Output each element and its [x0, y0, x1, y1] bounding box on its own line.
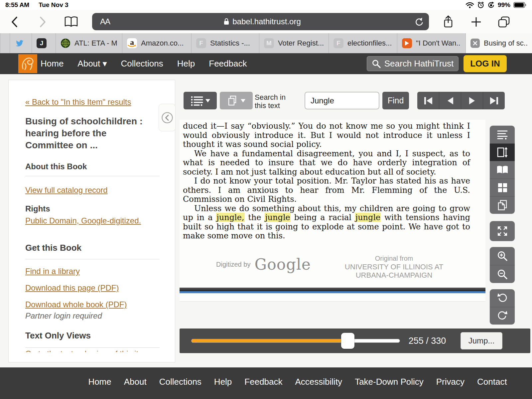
- next-page-button[interactable]: [461, 92, 483, 109]
- rights-link[interactable]: Public Domain, Google-digitized.: [25, 216, 141, 225]
- rotate-counterclockwise-button[interactable]: [490, 289, 515, 307]
- battery-percent: 99%: [498, 1, 510, 9]
- tab-title: Flo: [51, 39, 51, 48]
- last-page-icon: [489, 96, 499, 105]
- download-this-page-pdf-link[interactable]: Download this page (PDF): [25, 283, 119, 293]
- footer-link-collections[interactable]: Collections: [159, 377, 201, 387]
- scanned-page[interactable]: duced it—I say “obviously.” You do not k…: [180, 120, 485, 302]
- thumbnail-view-button[interactable]: [490, 179, 515, 196]
- main-content: « Back to "In this Item" results Busing …: [0, 74, 532, 367]
- tab-title: Voter Regist...: [278, 39, 324, 48]
- back-to-results-link[interactable]: « Back to "In this Item" results: [25, 97, 131, 107]
- previous-page-button[interactable]: [439, 92, 461, 109]
- letter-m-favicon: M: [264, 38, 274, 48]
- two-page-view-button[interactable]: [490, 161, 515, 179]
- reader-options-button[interactable]: AA: [100, 17, 110, 26]
- hathitrust-logo-icon[interactable]: [18, 54, 37, 73]
- download-whole-book-pdf-link[interactable]: Download whole book (PDF): [25, 300, 127, 309]
- forward-button[interactable]: [35, 15, 50, 29]
- scroll-page-view-button[interactable]: [490, 143, 515, 161]
- next-page-icon: [468, 96, 476, 105]
- caret-down-icon: [205, 98, 210, 104]
- google-logo: Google: [254, 255, 311, 273]
- address-bar[interactable]: AA babel.hathitrust.org: [92, 13, 429, 30]
- header-nav-about[interactable]: About ▾: [77, 59, 107, 69]
- browser-tab-electionfiles[interactable]: Felectionfiles....: [329, 33, 397, 53]
- find-button[interactable]: Find: [382, 92, 409, 109]
- about-this-book-heading: About this Book: [25, 162, 160, 171]
- footer-link-take-down-policy[interactable]: Take-Down Policy: [355, 377, 424, 387]
- refresh-button[interactable]: [414, 17, 423, 26]
- browser-tab-twitter[interactable]: [10, 33, 32, 53]
- page-navigation-group: [417, 92, 505, 109]
- header-nav-help[interactable]: Help: [177, 59, 195, 69]
- jump-button[interactable]: Jump...: [461, 332, 502, 349]
- close-tab-icon[interactable]: [470, 39, 480, 48]
- first-page-button[interactable]: [417, 92, 439, 109]
- scan-paragraph: I do not know your total position. Mr. T…: [183, 177, 470, 204]
- text-search-input[interactable]: [305, 92, 379, 109]
- browser-tab-i-don-t-wan[interactable]: "I Don't Wan...: [397, 33, 466, 53]
- contents-dropdown-button[interactable]: [184, 92, 217, 109]
- browser-tab-statistics[interactable]: FStatistics -...: [191, 33, 259, 53]
- text-only-views-heading: Text Only Views: [25, 331, 160, 341]
- text-only-view-link[interactable]: Go to the text-only view of this item.: [25, 349, 152, 352]
- footer-link-contact[interactable]: Contact: [477, 377, 507, 387]
- back-button[interactable]: [7, 15, 22, 29]
- footer-link-privacy[interactable]: Privacy: [436, 377, 465, 387]
- tab-title: "I Don't Wan...: [416, 39, 461, 48]
- tabs-overview-button[interactable]: [497, 15, 511, 29]
- fullscreen-icon: [497, 225, 508, 237]
- log-in-button[interactable]: LOG IN: [464, 55, 507, 72]
- chevron-left-circle-icon: [161, 111, 174, 124]
- search-hathitrust-button[interactable]: Search HathiTrust: [367, 56, 459, 71]
- status-bar: 8:55 AM Tue Nov 3 99%: [0, 0, 532, 10]
- twitter-icon: [15, 38, 25, 48]
- plain-text-view-icon: [497, 130, 508, 140]
- zoom-out-button[interactable]: [490, 265, 515, 283]
- rotate-clockwise-button[interactable]: [490, 307, 515, 325]
- footer-link-feedback[interactable]: Feedback: [244, 377, 282, 387]
- header-nav-home[interactable]: Home: [41, 59, 64, 69]
- get-this-book-links: Find in a libraryDownload this page (PDF…: [25, 267, 160, 309]
- divider: [25, 259, 160, 259]
- previous-page-icon: [446, 96, 455, 105]
- first-page-icon: [423, 96, 433, 105]
- browser-tab-busing-of-sc[interactable]: Busing of sc...: [466, 33, 532, 53]
- page-view-dropdown-button[interactable]: [220, 92, 253, 109]
- fullscreen-button[interactable]: [490, 221, 515, 241]
- battery-icon: [513, 2, 527, 8]
- amazon-favicon: a: [127, 38, 137, 48]
- page-slider-track[interactable]: [191, 339, 400, 343]
- reading-list-button[interactable]: [64, 15, 78, 29]
- find-in-a-library-link[interactable]: Find in a library: [25, 267, 80, 276]
- browser-tab-voter-regist[interactable]: MVoter Regist...: [259, 33, 329, 53]
- page-slider-thumb[interactable]: [341, 333, 354, 349]
- browser-tab-flo[interactable]: JFlo: [32, 33, 56, 53]
- browser-tab-atl-eta-m[interactable]: ATL: ETA - M...: [56, 33, 122, 53]
- divider: [25, 347, 160, 348]
- plain-text-view-button[interactable]: [490, 126, 515, 143]
- header-nav-collections[interactable]: Collections: [121, 59, 163, 69]
- page-flip-view-button[interactable]: [490, 196, 515, 214]
- search-highlight: jungle: [265, 213, 291, 222]
- new-tab-button[interactable]: [469, 15, 483, 29]
- digitized-by-google: Digitized by Google: [216, 255, 311, 273]
- browser-tab-amazon-co[interactable]: aAmazon.co...: [122, 33, 191, 53]
- footer-link-accessibility[interactable]: Accessibility: [295, 377, 342, 387]
- footer-link-home[interactable]: Home: [88, 377, 111, 387]
- zoom-in-button[interactable]: [490, 247, 515, 265]
- browser-tab-sliver[interactable]: [0, 33, 10, 53]
- last-page-button[interactable]: [483, 92, 505, 109]
- alarm-icon: [477, 1, 484, 9]
- sidebar-collapse-button[interactable]: [159, 104, 176, 131]
- rotate-group: [490, 289, 515, 325]
- search-highlight: jungle,: [216, 213, 244, 222]
- footer-link-about[interactable]: About: [124, 377, 147, 387]
- footer-link-help[interactable]: Help: [214, 377, 232, 387]
- view-full-catalog-record-link[interactable]: View full catalog record: [25, 186, 108, 195]
- header-nav-feedback[interactable]: Feedback: [209, 59, 247, 69]
- share-button[interactable]: [441, 15, 456, 29]
- caret-down-icon: [241, 98, 245, 104]
- pages-icon: [227, 95, 238, 106]
